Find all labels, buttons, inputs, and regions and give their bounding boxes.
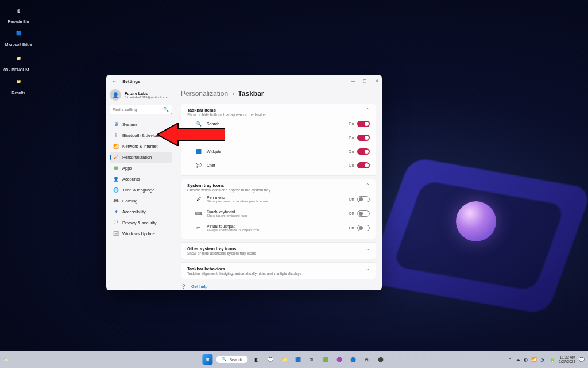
toggle-state: Off <box>349 212 354 216</box>
setting-row: ⌨ Touch keyboard Show touch keyboard ico… <box>187 206 370 221</box>
taskbar-search[interactable]: 🔍 Search <box>216 356 247 363</box>
sidebar-item-bluetooth-devices[interactable]: ᛒ Bluetooth & devices <box>110 130 172 141</box>
sidebar-item-windows-update[interactable]: 🔄 Windows Update <box>110 228 172 239</box>
sidebar-item-personalization[interactable]: 🖌 Personalization <box>110 152 172 163</box>
store-button[interactable]: 🛍 <box>307 354 317 365</box>
task-view-button[interactable]: ◧ <box>252 354 262 365</box>
avatar: 👤 <box>110 89 121 101</box>
setting-row: 💬 Chat On <box>187 158 370 172</box>
chevron-up-icon: ⌃ <box>366 183 370 188</box>
toggle[interactable] <box>357 196 370 202</box>
onedrive-icon[interactable]: ☁ <box>516 357 520 362</box>
system-tray[interactable]: ⌃ ☁ ◐ 📶 🔈 🔋 11:33 AM 2/27/2023 💬 <box>508 355 588 363</box>
row-sublabel: Show pen menu icon when pen is in use <box>207 200 268 203</box>
desktop-icon-label: Recycle Bin <box>1 20 36 24</box>
back-button[interactable]: ← <box>110 79 119 84</box>
toggle[interactable] <box>357 121 370 127</box>
explorer-button[interactable]: 📁 <box>279 354 289 365</box>
row-icon: 🟦 <box>195 148 202 155</box>
weather-widget[interactable]: ⛅ <box>3 357 9 362</box>
account-block[interactable]: 👤 Future Labs futurelabs2019@outlook.com <box>110 89 172 101</box>
clock[interactable]: 11:33 AM 2/27/2023 <box>559 355 575 363</box>
sidebar-item-network-internet[interactable]: 📶 Network & internet <box>110 141 172 152</box>
row-sublabel: Show touch keyboard icon <box>207 214 247 217</box>
nav-icon: ▦ <box>113 166 119 171</box>
nav-icon: 👤 <box>113 177 119 182</box>
row-icon: ⌨ <box>195 210 202 217</box>
sidebar-item-apps[interactable]: ▦ Apps <box>110 163 172 174</box>
close-button[interactable]: ✕ <box>375 79 378 83</box>
desktop-icon-glyph: 🟦 <box>10 25 26 41</box>
battery-icon[interactable]: 🔋 <box>550 357 555 362</box>
wallpaper-orb <box>456 201 496 241</box>
setting-row: 🔍 Search On <box>187 117 370 131</box>
sidebar-item-privacy-security[interactable]: 🛡 Privacy & security <box>110 217 172 228</box>
maximize-button[interactable]: ▢ <box>363 79 367 83</box>
nav-icon: 🔄 <box>113 231 119 237</box>
desktop-icon[interactable]: 🗑 Recycle Bin <box>1 2 36 24</box>
get-help-link[interactable]: ❓ Get help <box>181 282 376 290</box>
start-button[interactable]: ⊞ <box>202 354 212 365</box>
app-button-2[interactable]: 🟣 <box>334 354 345 365</box>
setting-row: ◧ On <box>187 131 370 144</box>
toggle[interactable] <box>357 148 370 155</box>
toggle[interactable] <box>357 225 370 231</box>
minimize-button[interactable]: — <box>351 79 355 83</box>
desktop-icon[interactable]: 📁 00 - BENCHM… <box>1 51 36 72</box>
sidebar-item-label: Bluetooth & devices <box>122 133 160 138</box>
nav-icon: ᛒ <box>113 133 119 139</box>
search-input[interactable] <box>113 108 163 112</box>
breadcrumb-parent[interactable]: Personalization › <box>181 90 236 98</box>
search-box[interactable]: 🔍 <box>110 105 172 114</box>
toggle-state: On <box>349 150 354 154</box>
wifi-icon[interactable]: 📶 <box>531 357 537 362</box>
card-behaviors[interactable]: Taskbar behaviors Taskbar alignment, bad… <box>181 262 376 279</box>
settings-window: ← Settings — ▢ ✕ 👤 Future Labs futurelab… <box>106 75 382 290</box>
sidebar-item-label: System <box>122 122 137 127</box>
toggle-state: On <box>349 122 354 126</box>
app-button-3[interactable]: 🔵 <box>348 354 358 365</box>
account-name: Future Labs <box>125 91 169 95</box>
row-label: Search <box>207 122 219 126</box>
volume-icon[interactable]: 🔈 <box>540 357 546 362</box>
desktop-icon-glyph: 🗑 <box>10 2 26 18</box>
toggle[interactable] <box>357 210 370 217</box>
row-sublabel: Always show virtual touchpad icon <box>207 228 259 232</box>
sidebar-item-label: Gaming <box>122 198 137 204</box>
app-button-1[interactable]: 🟩 <box>320 354 331 365</box>
card-header[interactable]: System tray icons Choose which icons can… <box>187 183 370 192</box>
notifications-icon[interactable]: 💬 <box>579 357 585 362</box>
card-header[interactable]: Taskbar items Show or hide buttons that … <box>187 108 370 117</box>
toggle-state: On <box>349 163 354 167</box>
tray-chevron-icon[interactable]: ⌃ <box>508 357 512 362</box>
row-icon: ◧ <box>195 134 202 141</box>
taskbar: ⛅ ⊞ 🔍 Search ◧ 💬 📁 🟦 🛍 🟩 🟣 🔵 ⚙ ⚫ ⌃ ☁ ◐ 📶… <box>0 351 588 368</box>
app-button-4[interactable]: ⚫ <box>376 354 386 365</box>
chat-button[interactable]: 💬 <box>265 354 276 365</box>
sidebar-item-time-language[interactable]: 🌐 Time & language <box>110 185 172 195</box>
card-other-tray[interactable]: Other system tray icons Show or hide add… <box>181 242 376 259</box>
desktop-icon[interactable]: 📁 Results <box>1 74 36 95</box>
setting-row: ▭ Virtual touchpad Always show virtual t… <box>187 221 370 235</box>
sidebar-item-gaming[interactable]: 🎮 Gaming <box>110 195 172 206</box>
sidebar-item-label: Accessibility <box>122 209 146 214</box>
nav-icon: 🖥 <box>113 122 119 128</box>
card-taskbar-items: Taskbar items Show or hide buttons that … <box>181 103 376 176</box>
edge-button[interactable]: 🟦 <box>293 354 303 365</box>
setting-row: 🟦 Widgets On <box>187 144 370 158</box>
chevron-up-icon: ⌃ <box>366 108 370 113</box>
breadcrumb: Personalization › Taskbar <box>181 90 376 98</box>
toggle[interactable] <box>357 135 370 141</box>
toggle[interactable] <box>357 162 370 168</box>
nav-icon: ✦ <box>113 209 119 215</box>
desktop-icon[interactable]: 🟦 Microsoft Edge <box>1 25 36 47</box>
sidebar-item-system[interactable]: 🖥 System <box>110 119 172 130</box>
sidebar-item-accessibility[interactable]: ✦ Accessibility <box>110 206 172 217</box>
sidebar-item-accounts[interactable]: 👤 Accounts <box>110 174 172 185</box>
toggle-state: Off <box>349 226 354 230</box>
tray-app-icon[interactable]: ◐ <box>524 357 528 362</box>
setting-row: 🖊 Pen menu Show pen menu icon when pen i… <box>187 192 370 206</box>
titlebar: ← Settings — ▢ ✕ <box>106 75 382 87</box>
main-pane: Personalization › Taskbar Taskbar items … <box>175 87 382 290</box>
settings-button[interactable]: ⚙ <box>362 354 372 365</box>
